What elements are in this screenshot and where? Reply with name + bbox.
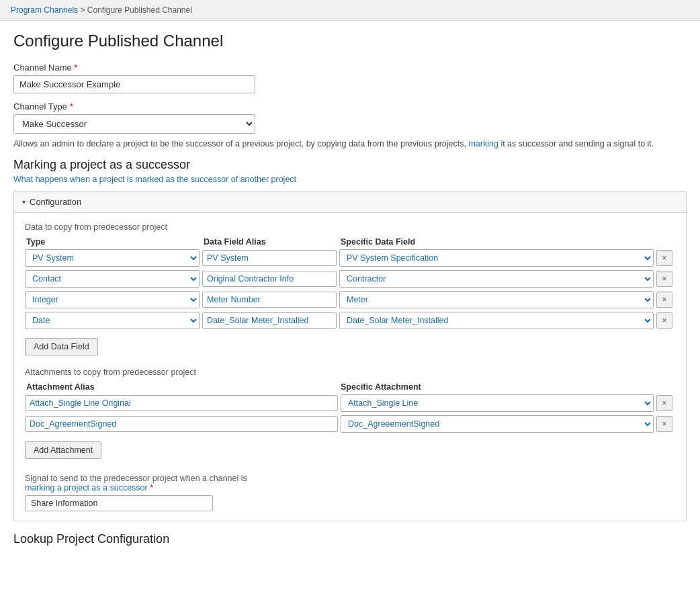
alias-input-1[interactable] (202, 250, 337, 266)
channel-name-label: Channel Name * (13, 62, 687, 73)
attachments-section: Attachments to copy from predecessor pro… (25, 368, 675, 468)
add-attachment-button[interactable]: Add Attachment (25, 441, 101, 459)
marking-section-subheading: What happens when a project is marked as… (13, 175, 687, 184)
page-title: Configure Published Channel (13, 32, 687, 50)
signal-input[interactable] (25, 495, 213, 511)
col-alias-header: Data Field Alias (204, 237, 338, 247)
attachment-specific-select-2[interactable]: Doc_AgreeementSigned (341, 415, 654, 433)
attachment-alias-input-1[interactable] (25, 395, 338, 411)
remove-attachment-2-button[interactable]: × (656, 416, 672, 432)
type-select-1[interactable]: PV System Contact Integer Date (25, 249, 200, 267)
alias-input-3[interactable] (202, 292, 337, 308)
signal-label: Signal to send to the predecessor projec… (25, 474, 675, 492)
channel-name-input[interactable] (13, 75, 255, 93)
channel-name-required: * (74, 62, 77, 73)
col-attachment-alias-header: Attachment Alias (26, 382, 338, 392)
alias-input-2[interactable] (202, 271, 337, 287)
specific-select-3[interactable]: Meter (339, 291, 654, 308)
signal-section: Signal to send to the predecessor projec… (25, 474, 675, 511)
remove-row-2-button[interactable]: × (656, 271, 672, 287)
marking-link[interactable]: marking (468, 139, 498, 148)
chevron-down-icon: ▾ (22, 198, 26, 206)
attachment-specific-select-1[interactable]: Attach_Single Line (341, 394, 654, 412)
type-select-2[interactable]: PV System Contact Integer Date (25, 270, 200, 288)
type-select-4[interactable]: PV System Contact Integer Date (25, 312, 200, 329)
data-row: PV System Contact Integer Date Meter × (25, 291, 675, 308)
remove-row-4-button[interactable]: × (656, 312, 672, 329)
configuration-panel: ▾ Configuration Data to copy from predec… (13, 191, 687, 521)
specific-select-4[interactable]: Date_Solar Meter_Installed (339, 312, 654, 329)
col-attachment-specific-header: Specific Attachment (341, 382, 652, 392)
data-table-header: Type Data Field Alias Specific Data Fiel… (25, 237, 675, 247)
channel-type-select[interactable]: Make Successor Lookup Project (13, 114, 255, 134)
data-row: PV System Contact Integer Date Date_Sola… (25, 312, 675, 329)
channel-type-label: Channel Type * (13, 101, 687, 112)
remove-row-3-button[interactable]: × (656, 292, 672, 308)
data-row: PV System Contact Integer Date Contracto… (25, 270, 675, 288)
specific-select-1[interactable]: PV System Specification (339, 249, 654, 267)
signal-required: * (150, 483, 153, 492)
attachment-row: Doc_AgreeementSigned × (25, 415, 675, 433)
attachment-table-header: Attachment Alias Specific Attachment (25, 382, 675, 392)
lookup-section-heading: Lookup Project Configuration (13, 532, 687, 546)
channel-description: Allows an admin to declare a project to … (13, 139, 658, 148)
breadcrumb-current: Configure Published Channel (87, 5, 192, 15)
breadcrumb-separator: > (80, 5, 87, 15)
alias-input-4[interactable] (202, 312, 337, 329)
remove-attachment-1-button[interactable]: × (656, 395, 672, 411)
col-specific-header: Specific Data Field (341, 237, 652, 247)
type-select-3[interactable]: PV System Contact Integer Date (25, 291, 200, 308)
attachment-row: Attach_Single Line × (25, 394, 675, 412)
attachments-label: Attachments to copy from predecessor pro… (25, 368, 675, 377)
data-copy-label: Data to copy from predecessor project (25, 222, 675, 232)
configuration-panel-header[interactable]: ▾ Configuration (14, 191, 686, 213)
signal-label-link[interactable]: marking a project as a successor (25, 483, 148, 492)
configuration-panel-body: Data to copy from predecessor project Ty… (14, 213, 686, 521)
breadcrumb: Program Channels > Configure Published C… (0, 0, 700, 21)
main-content: Configure Published Channel Channel Name… (0, 21, 700, 557)
specific-select-2[interactable]: Contractor (339, 270, 654, 288)
marking-section-heading: Marking a project as a successor (13, 158, 687, 172)
col-type-header: Type (26, 237, 201, 247)
remove-row-1-button[interactable]: × (656, 250, 672, 266)
attachment-alias-input-2[interactable] (25, 416, 338, 432)
data-row: PV System Contact Integer Date PV System… (25, 249, 675, 267)
add-data-field-button[interactable]: Add Data Field (25, 338, 98, 355)
channel-type-required: * (70, 101, 73, 112)
breadcrumb-parent-link[interactable]: Program Channels (11, 5, 78, 15)
configuration-panel-title: Configuration (30, 197, 81, 207)
